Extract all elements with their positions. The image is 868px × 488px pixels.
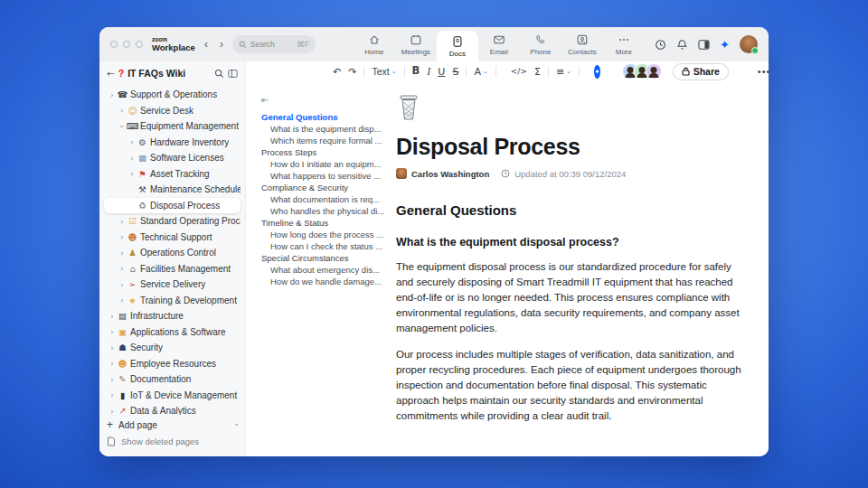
sidebar-item-maintenance-schedules[interactable]: ⚒Maintenance Schedules [104, 182, 241, 198]
text-color-dropdown[interactable]: A ⌄ [474, 67, 487, 77]
more-options-icon[interactable]: ••• [758, 66, 769, 77]
chevron-right-icon[interactable]: › [118, 106, 127, 115]
bold-button[interactable]: B [412, 66, 420, 77]
sidebar-item-training-development[interactable]: ›★Training & Development [104, 293, 241, 309]
equation-icon[interactable]: Σ [534, 67, 541, 77]
collaborator-avatar-3[interactable] [646, 63, 662, 80]
outline-section-process-steps[interactable]: Process Steps [261, 146, 391, 158]
sidebar-item-data-analytics[interactable]: ›↗Data & Analytics [104, 403, 241, 415]
outline-section-compliance-security[interactable]: Compliance & Security [261, 182, 391, 193]
global-search-input[interactable]: Search ⌘F [232, 35, 316, 53]
sidebar-back-icon[interactable]: ← [107, 69, 114, 79]
outline-item[interactable]: What is the equipment disp... [261, 123, 391, 135]
outline-item[interactable]: Which items require formal ... [261, 135, 391, 146]
redo-icon[interactable]: ↷ [348, 67, 356, 77]
sidebar-item-support-operations[interactable]: ›☎Support & Operations [104, 87, 241, 103]
sidebar-item-applications-software[interactable]: ›▣Applications & Software [104, 324, 241, 341]
sidebar-item-standard-operating-procedures[interactable]: ›☑Standard Operating Procedures [104, 213, 241, 230]
sidebar-item-disposal-process[interactable]: ♻Disposal Process [104, 198, 241, 214]
underline-button[interactable]: U [438, 67, 445, 77]
sidebar-item-iot-device-management[interactable]: ›▮IoT & Device Management [104, 388, 241, 404]
outline-section-special-circumstances[interactable]: Special Circumstances [261, 252, 391, 264]
outline-item[interactable]: What happens to sensitive ... [261, 170, 391, 182]
chevron-right-icon[interactable]: › [118, 249, 127, 258]
wiki-search-icon[interactable] [214, 69, 224, 79]
sidebar-item-asset-tracking[interactable]: ›⚑Asset Tracking [104, 166, 241, 183]
sidebar-item-security[interactable]: ›☗Security [104, 340, 241, 356]
tab-docs[interactable]: Docs [437, 31, 478, 61]
window-controls[interactable] [110, 41, 143, 48]
user-avatar[interactable] [740, 35, 758, 53]
history-icon[interactable] [655, 39, 666, 51]
code-icon[interactable]: </> [511, 68, 527, 76]
chevron-right-icon[interactable]: › [118, 264, 127, 273]
sidebar-item-employee-resources[interactable]: ›☻Employee Resources [104, 356, 241, 372]
toolbar-divider [548, 66, 549, 77]
outline-item[interactable]: How do we handle damage... [261, 276, 391, 287]
outline-section-general-questions[interactable]: General Questions [261, 111, 391, 123]
sidebar-item-hardware-inventory[interactable]: ›⚙Hardware Inventory [104, 135, 241, 151]
sidebar-item-facilities-management[interactable]: ›⌂Facilities Management [104, 261, 241, 277]
chevron-right-icon[interactable]: › [127, 137, 137, 146]
sidebar-item-service-desk[interactable]: ›☺Service Desk [104, 103, 241, 119]
tab-contacts[interactable]: Contacts [561, 27, 603, 61]
text-style-dropdown[interactable]: Text ⌄ [372, 66, 396, 77]
add-page-chevron-icon[interactable]: › [231, 423, 241, 426]
outline-item[interactable]: Who handles the physical di... [261, 205, 391, 217]
chevron-right-icon[interactable]: › [108, 343, 117, 352]
undo-icon[interactable]: ↶ [333, 67, 341, 77]
sidebar-item-infrastructure[interactable]: ›▤Infrastructure [104, 308, 241, 324]
notifications-bell-icon[interactable] [676, 39, 688, 51]
list-format-dropdown[interactable]: ≡ ⌄ [556, 67, 571, 77]
chevron-right-icon[interactable]: › [118, 296, 127, 305]
show-deleted-pages-button[interactable]: Show deleted pages [107, 433, 238, 449]
document-page[interactable]: Disposal Process Carlos Washington Updat… [391, 81, 769, 456]
outline-item[interactable]: How do I initiate an equipm... [261, 158, 391, 170]
chevron-right-icon[interactable]: › [108, 390, 117, 399]
outline-item[interactable]: What about emergency dis... [261, 264, 391, 276]
chevron-down-icon[interactable]: › [118, 122, 127, 131]
forward-arrow-button[interactable]: › [220, 38, 223, 51]
minimize-window-button[interactable] [123, 41, 130, 48]
close-window-button[interactable] [110, 41, 118, 48]
sidebar-item-software-licenses[interactable]: ›▦Software Licenses [104, 150, 241, 166]
chevron-right-icon[interactable]: › [108, 327, 117, 336]
ai-companion-button[interactable]: ✦ [594, 65, 600, 79]
sidebar-item-documentation[interactable]: ›✎Documentation [104, 371, 241, 388]
strikethrough-button[interactable]: S [452, 67, 458, 77]
tab-phone[interactable]: Phone [520, 27, 561, 61]
outline-item[interactable]: What documentation is req... [261, 193, 391, 205]
chevron-right-icon[interactable]: › [118, 280, 127, 289]
add-page-button[interactable]: + Add page › [107, 417, 238, 433]
chevron-right-icon[interactable]: › [108, 90, 117, 99]
sidebar-item-operations-control[interactable]: ›♟Operations Control [104, 245, 241, 261]
chevron-right-icon[interactable]: › [127, 154, 137, 163]
sidebar-item-service-delivery[interactable]: ›➢Service Delivery [104, 277, 241, 293]
chevron-right-icon[interactable]: › [118, 217, 127, 226]
outline-item[interactable]: How long does the process ... [261, 229, 391, 240]
chevron-right-icon[interactable]: › [108, 407, 117, 415]
side-panel-toggle-icon[interactable] [698, 39, 710, 51]
zoom-window-button[interactable] [136, 41, 143, 48]
chevron-right-icon[interactable]: › [108, 312, 117, 321]
chevron-right-icon[interactable]: › [108, 359, 117, 368]
phone-icon [534, 33, 547, 46]
outline-section-timeline-status[interactable]: Timeline & Status [261, 217, 391, 229]
tab-more[interactable]: More [603, 27, 645, 61]
sidebar-item-technical-support[interactable]: ›☻Technical Support [104, 230, 241, 246]
italic-button[interactable]: I [427, 66, 430, 77]
share-button[interactable]: Share [673, 63, 729, 80]
chevron-right-icon[interactable]: › [118, 232, 127, 241]
back-arrow-button[interactable]: ‹ [204, 38, 208, 51]
sidebar-collapse-icon[interactable] [228, 69, 238, 79]
chevron-right-icon[interactable]: › [108, 375, 117, 384]
outline-collapse-icon[interactable]: ⇤ [261, 95, 269, 105]
sidebar-item-equipment-management[interactable]: ›⌨Equipment Management [104, 118, 241, 135]
list-icon: ≡ [556, 67, 564, 77]
tab-home[interactable]: Home [354, 27, 395, 61]
outline-item[interactable]: How can I check the status ... [261, 240, 391, 252]
tab-email[interactable]: Email [478, 27, 520, 61]
ai-companion-sparkle-icon[interactable]: ✦ [720, 39, 730, 51]
tab-meetings[interactable]: Meetings [395, 27, 437, 61]
chevron-right-icon[interactable]: › [127, 169, 137, 178]
